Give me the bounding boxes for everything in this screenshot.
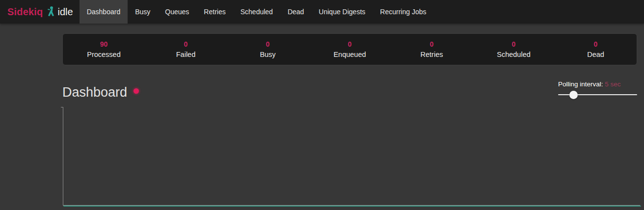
page-header: Dashboard Polling interval: 5 sec: [62, 76, 637, 110]
stat-processed-label: Processed: [87, 51, 121, 58]
nav-item-scheduled[interactable]: Scheduled: [233, 0, 280, 24]
stat-failed-value: 0: [184, 40, 188, 48]
polling-interval-label: Polling interval:: [558, 80, 603, 88]
stat-dead[interactable]: 0 Dead: [555, 34, 637, 65]
chart-y-axis-tick: [61, 107, 63, 107]
stat-dead-value: 0: [594, 40, 598, 48]
nav-item-queues[interactable]: Queues: [158, 0, 196, 24]
stat-failed-label: Failed: [176, 51, 196, 58]
stat-scheduled-label: Scheduled: [497, 51, 531, 58]
stat-processed[interactable]: 90 Processed: [63, 34, 145, 65]
live-beacon-icon: [134, 88, 139, 94]
status-indicator: idle: [58, 6, 73, 18]
nav-item-unique-digests[interactable]: Unique Digests: [311, 0, 373, 24]
stat-retries-value: 0: [430, 40, 434, 48]
slider-thumb[interactable]: [569, 91, 578, 99]
chart-flat-zero-line: [63, 206, 641, 207]
stat-enqueued-label: Enqueued: [333, 51, 366, 58]
nav-menu: Dashboard Busy Queues Retries Scheduled …: [80, 0, 434, 24]
nav-item-dead[interactable]: Dead: [280, 0, 311, 24]
polling-interval-text: Polling interval: 5 sec: [558, 80, 637, 88]
nav-item-recurring-jobs[interactable]: Recurring Jobs: [373, 0, 433, 24]
top-navbar: Sidekiq idle Dashboard Busy Queues Retri…: [0, 0, 644, 24]
stat-scheduled-value: 0: [512, 40, 516, 48]
stats-bar: 90 Processed 0 Failed 0 Busy 0 Enqueued …: [62, 33, 637, 65]
stat-enqueued-value: 0: [348, 40, 352, 48]
stat-busy[interactable]: 0 Busy: [227, 34, 309, 65]
polling-interval-control: Polling interval: 5 sec: [558, 80, 637, 99]
stat-dead-label: Dead: [587, 51, 604, 58]
sidekiq-logo[interactable]: Sidekiq: [7, 6, 43, 18]
stat-busy-label: Busy: [260, 51, 275, 58]
stat-retries[interactable]: 0 Retries: [391, 34, 473, 65]
polling-interval-value: 5 sec: [605, 80, 620, 88]
sidekiq-character-icon: [47, 6, 55, 18]
realtime-chart: [63, 107, 640, 206]
main-content: 90 Processed 0 Failed 0 Busy 0 Enqueued …: [62, 24, 637, 110]
polling-interval-slider[interactable]: [558, 91, 637, 99]
stat-retries-label: Retries: [421, 51, 443, 58]
stat-failed[interactable]: 0 Failed: [145, 34, 227, 65]
nav-item-dashboard[interactable]: Dashboard: [80, 0, 128, 24]
stat-processed-value: 90: [100, 40, 108, 48]
stat-busy-value: 0: [266, 40, 270, 48]
stat-enqueued[interactable]: 0 Enqueued: [309, 34, 391, 65]
page-title: Dashboard: [62, 76, 127, 100]
nav-item-retries[interactable]: Retries: [196, 0, 233, 24]
stat-scheduled[interactable]: 0 Scheduled: [473, 34, 555, 65]
brand-area: Sidekiq idle: [0, 6, 73, 18]
nav-item-busy[interactable]: Busy: [128, 0, 158, 24]
